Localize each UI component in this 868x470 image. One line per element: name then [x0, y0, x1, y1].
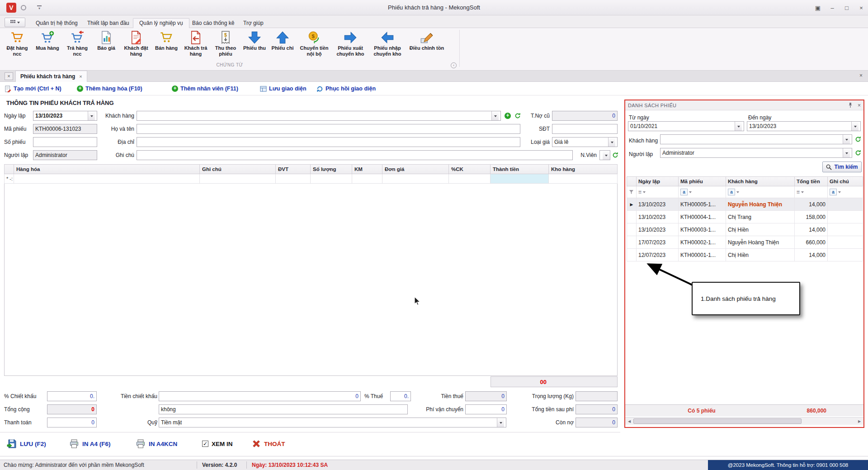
refresh-icon[interactable]: [612, 152, 618, 158]
loai-gia-field[interactable]: Giá lẻ: [552, 137, 618, 147]
grid-new-row[interactable]: * -:: [4, 174, 618, 184]
cell-khach-hang[interactable]: Chị Hiền: [726, 249, 795, 261]
grid-col-dvt[interactable]: ĐVT: [276, 164, 311, 174]
add-employee-button[interactable]: + Thêm nhân viên (F11): [172, 84, 238, 93]
grid-col-kho-hang[interactable]: Kho hàng: [549, 164, 618, 174]
panel-close-icon[interactable]: ×: [858, 102, 861, 109]
chevron-down-icon[interactable]: [603, 151, 610, 160]
print-a4-button[interactable]: IN A4 (F6): [69, 437, 111, 451]
panel-nguoi-lap-field[interactable]: Administrator: [660, 148, 852, 158]
menu-tab-tro-giup[interactable]: Trợ giúp: [237, 18, 270, 28]
scroll-right-icon[interactable]: ▶: [856, 418, 863, 424]
grid-col-pct-ck[interactable]: %CK: [449, 164, 491, 174]
app-menu-button[interactable]: [5, 18, 25, 27]
pin-icon[interactable]: [848, 102, 853, 108]
panel-col-tong-tien[interactable]: Tổng tiền: [795, 176, 828, 186]
add-customer-icon[interactable]: +: [505, 113, 511, 119]
grid-col-ghi-chu[interactable]: Ghi chú: [200, 164, 276, 174]
new-record-button[interactable]: Tạo mới (Ctrl + N): [5, 84, 61, 93]
cell-ngay-lap[interactable]: 13/10/2023: [637, 211, 679, 223]
tu-ngay-field[interactable]: 01/10/2021: [628, 121, 744, 131]
scroll-left-icon[interactable]: ◀: [626, 418, 632, 424]
filter-cell-ghi-chu[interactable]: a: [828, 186, 863, 198]
restore-layout-button[interactable]: Phục hồi giao diện: [316, 84, 376, 93]
chevron-down-icon[interactable]: [608, 138, 615, 147]
fit-screen-icon[interactable]: ▣: [814, 5, 822, 11]
search-button[interactable]: Tìm kiếm: [822, 161, 862, 172]
grid-col-km[interactable]: KM: [352, 164, 382, 174]
exit-button[interactable]: THOÁT: [252, 437, 285, 451]
cell-ma-phieu[interactable]: KTH00001-1...: [679, 249, 726, 261]
ribbon-button-phieu-nhap-chuyen-kho[interactable]: Phiếu nhập chuyển kho: [370, 29, 405, 58]
cell-ghi-chu[interactable]: [828, 249, 863, 261]
grid-col-so-luong[interactable]: Số lượng: [311, 164, 352, 174]
cell-khach-hang-highlighted[interactable]: Nguyễn Hoàng Thiện: [726, 198, 795, 211]
horizontal-scrollbar[interactable]: ◀ ▶: [625, 417, 863, 425]
ribbon-button-dat-hang-ncc[interactable]: Đặt hàng ncc: [3, 29, 32, 58]
close-icon[interactable]: ×: [857, 5, 865, 11]
thanh-toan-field[interactable]: 0: [47, 418, 97, 427]
ribbon-button-dieu-chinh-ton[interactable]: Điều chỉnh tồn: [407, 29, 447, 52]
ribbon-button-phieu-chi[interactable]: Phiếu chi: [269, 29, 296, 52]
new-row-cell[interactable]: [276, 174, 311, 184]
cell-ma-phieu[interactable]: KTH00002-1...: [679, 236, 726, 249]
new-row-cell[interactable]: [449, 174, 491, 184]
cell-tong-tien[interactable]: 14,000: [795, 198, 828, 211]
preview-checkbox[interactable]: ✓ XEM IN: [202, 437, 233, 451]
cell-khach-hang[interactable]: Chị Trang: [726, 211, 795, 223]
panel-khach-hang-field[interactable]: [660, 134, 852, 144]
grid-col-hang-hoa[interactable]: Hàng hóa: [14, 164, 200, 174]
cell-tong-tien[interactable]: 14,000: [795, 223, 828, 236]
cell-ghi-chu[interactable]: [828, 198, 863, 211]
grid-col-don-gia[interactable]: Đơn giá: [382, 164, 449, 174]
n-vien-field[interactable]: [599, 150, 610, 160]
cell-ghi-chu[interactable]: [828, 223, 863, 236]
checkbox-checked-icon[interactable]: ✓: [202, 441, 208, 447]
panel-col-ma-phieu[interactable]: Mã phiếu: [679, 176, 726, 186]
ribbon-button-ban-hang[interactable]: Bán hàng: [153, 29, 180, 52]
tab-close-icon[interactable]: ×: [79, 74, 82, 79]
refresh-icon[interactable]: [855, 136, 861, 142]
menu-tab-thiet-lap-ban-dau[interactable]: Thiết lập ban đầu: [81, 18, 136, 28]
save-layout-button[interactable]: Lưu giao diện: [260, 84, 307, 93]
cell-ma-phieu[interactable]: KTH00003-1...: [679, 223, 726, 236]
new-row-cell[interactable]: [311, 174, 352, 184]
cell-ma-phieu[interactable]: KTH00004-1...: [679, 211, 726, 223]
new-row-cell[interactable]: [200, 174, 276, 184]
chevron-down-icon[interactable]: [497, 418, 504, 427]
pct-chiet-khau-field[interactable]: 0.: [47, 391, 97, 401]
ribbon-button-thu-theo-phieu[interactable]: $ Thu theo phiếu: [212, 29, 240, 58]
strip-close-icon[interactable]: ×: [859, 72, 863, 79]
table-row[interactable]: 13/10/2023 KTH00003-1... Chị Hiền 14,000: [627, 223, 863, 236]
ribbon-button-phieu-xuat-chuyen-kho[interactable]: Phiếu xuất chuyển kho: [333, 29, 368, 58]
chevron-down-icon[interactable]: [491, 111, 499, 120]
table-row[interactable]: ▶ 13/10/2023 KTH00005-1... Nguyễn Hoàng …: [627, 198, 863, 211]
ribbon-button-tra-hang-ncc[interactable]: Trả hàng ncc: [63, 29, 91, 58]
new-row-cell[interactable]: [549, 174, 618, 184]
ribbon-collapse-icon[interactable]: ‹: [451, 62, 457, 68]
menu-tab-quan-tri-he-thong[interactable]: Quản trị hệ thống: [29, 18, 84, 28]
dia-chi-field[interactable]: [137, 137, 520, 147]
refresh-icon[interactable]: [855, 150, 861, 156]
den-ngay-field[interactable]: 13/10/2023: [747, 121, 861, 131]
new-row-cell-thanh-tien[interactable]: [491, 174, 549, 184]
filter-cell-khach-hang[interactable]: a: [726, 186, 795, 198]
filter-cell-ma-phieu[interactable]: a: [679, 186, 726, 198]
print-a4kcn-button[interactable]: IN A4KCN: [136, 437, 177, 451]
cell-tong-tien[interactable]: 660,000: [795, 236, 828, 249]
table-row[interactable]: 13/10/2023 KTH00004-1... Chị Trang 158,0…: [627, 211, 863, 223]
cell-ngay-lap[interactable]: 13/10/2023: [637, 198, 679, 211]
close-tab-icon[interactable]: ×: [5, 72, 13, 80]
chevron-down-icon[interactable]: [843, 148, 850, 157]
ribbon-button-bao-gia[interactable]: Báo giá: [93, 29, 119, 52]
ribbon-button-chuyen-tien-noi-bo[interactable]: $ Chuyển tiền nội bộ: [297, 29, 331, 58]
ribbon-button-khach-tra-hang[interactable]: Khách trả hàng: [182, 29, 210, 58]
scrollbar-thumb[interactable]: [633, 418, 802, 424]
phi-van-chuyen-field[interactable]: 0: [465, 404, 507, 414]
menu-tab-quan-ly-nghiep-vu[interactable]: Quản lý nghiệp vụ: [133, 18, 189, 28]
new-row-cell[interactable]: [352, 174, 382, 184]
document-tab-active[interactable]: Phiếu khách trả hàng ×: [15, 71, 87, 82]
ribbon-button-mua-hang[interactable]: Mua hàng: [33, 29, 61, 52]
cell-ngay-lap[interactable]: 17/07/2023: [637, 236, 679, 249]
tien-chiet-khau-field[interactable]: 0: [159, 391, 361, 401]
